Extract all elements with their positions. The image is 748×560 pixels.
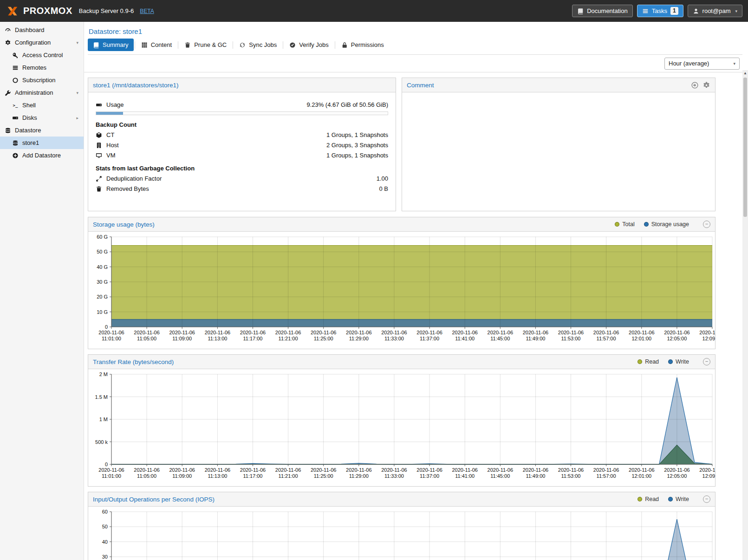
svg-text:1.5 M: 1.5 M [95, 394, 108, 400]
book-icon [577, 8, 584, 14]
svg-text:0: 0 [105, 462, 108, 467]
svg-text:11:45:00: 11:45:00 [490, 473, 510, 479]
iops-chart-panel: Input/Output Operations per Second (IOPS… [88, 492, 715, 560]
legend-item-storage-usage[interactable]: Storage usage [644, 221, 689, 228]
legend-label: Read [645, 358, 659, 365]
key-icon [12, 52, 19, 59]
comment-panel-header: Comment [402, 78, 715, 92]
chevron-down-icon[interactable]: ▾ [76, 40, 81, 45]
chevron-right-icon[interactable]: ▸ [76, 116, 81, 120]
storage-usage-chart: 2020-11-0611:01:002020-11-0611:05:002020… [88, 232, 715, 349]
tab-label: Sync Jobs [249, 41, 277, 48]
apply-arrow-icon[interactable] [691, 81, 699, 89]
comment-panel: Comment [402, 78, 715, 211]
tab-summary[interactable]: Summary [88, 39, 134, 51]
svg-text:1 M: 1 M [99, 417, 108, 422]
svg-text:50 G: 50 G [97, 249, 108, 254]
timeframe-select[interactable]: Hour (average) ▾ [664, 58, 740, 70]
user-menu-button[interactable]: root@pam ▾ [688, 5, 742, 17]
subscription-icon [12, 77, 19, 84]
collapse-chart-icon[interactable]: − [703, 495, 710, 503]
beta-link[interactable]: BETA [140, 8, 154, 14]
comment-panel-body[interactable] [402, 92, 715, 211]
wrench-icon [5, 90, 11, 96]
removed-bytes-value: 0 B [379, 185, 388, 192]
svg-text:11:25:00: 11:25:00 [314, 336, 333, 341]
svg-text:11:29:00: 11:29:00 [349, 473, 369, 479]
storage-usage-chart-header: Storage usage (bytes) Total Storage usag… [88, 217, 715, 232]
tab-bar: Summary Content Prune & GC Sync Jobs Ver… [88, 39, 742, 55]
trash-icon [184, 42, 191, 48]
svg-text:12:09:00: 12:09:00 [702, 473, 715, 479]
scrollbar-thumb[interactable] [743, 78, 747, 217]
host-count-row: Host 2 Groups, 3 Snapshots [96, 142, 388, 149]
gauge-icon [5, 27, 11, 33]
dedup-factor-label: Deduplication Factor [106, 175, 162, 182]
collapse-chart-icon[interactable]: − [703, 221, 710, 228]
legend-label: Read [645, 496, 659, 502]
panel-title: Comment [407, 82, 434, 89]
legend-label: Total [622, 221, 634, 228]
gear-icon[interactable] [702, 81, 710, 89]
tab-permissions[interactable]: Permissions [336, 39, 389, 51]
removed-bytes-row: Removed Bytes 0 B [96, 185, 388, 192]
host-value: 2 Groups, 3 Snapshots [326, 142, 388, 149]
tasks-button[interactable]: Tasks 1 [637, 5, 683, 17]
collapse-chart-icon[interactable]: − [703, 358, 710, 365]
unlock-icon [341, 42, 348, 48]
svg-text:2020-11-06: 2020-11-06 [381, 467, 407, 473]
legend-item-write[interactable]: Write [668, 358, 689, 365]
sidebar-item-label: store1 [22, 139, 39, 146]
svg-text:2020-11-06: 2020-11-06 [523, 330, 548, 335]
sidebar-item-disks[interactable]: Disks ▸ [0, 111, 84, 124]
legend-item-write[interactable]: Write [668, 496, 689, 502]
transfer-rate-chart-header: Transfer Rate (bytes/second) Read Write … [88, 355, 715, 369]
sidebar-item-label: Shell [22, 102, 36, 109]
storage-usage-chart-panel: Storage usage (bytes) Total Storage usag… [88, 217, 715, 349]
documentation-button[interactable]: Documentation [572, 5, 632, 17]
trash-icon [96, 186, 102, 192]
timeframe-value: Hour (average) [669, 60, 709, 67]
scrollbar-up-arrow-icon[interactable]: ▲ [742, 70, 748, 77]
sidebar-item-label: Access Control [22, 52, 63, 59]
hdd-icon [12, 115, 19, 121]
sidebar-item-remotes[interactable]: Remotes [0, 61, 84, 74]
user-label: root@pam [702, 7, 731, 14]
tab-prune-gc[interactable]: Prune & GC [179, 39, 232, 51]
iops-chart: 2020-11-0611:01:002020-11-0611:05:002020… [88, 507, 715, 560]
legend-item-read[interactable]: Read [637, 358, 659, 365]
tab-content[interactable]: Content [136, 39, 177, 51]
sidebar-item-configuration[interactable]: Configuration ▾ [0, 36, 84, 49]
legend-label: Write [676, 358, 689, 365]
sidebar-item-access-control[interactable]: Access Control [0, 49, 84, 61]
svg-text:2 M: 2 M [99, 371, 108, 377]
tab-label: Verify Jobs [299, 41, 329, 48]
tab-verify-jobs[interactable]: Verify Jobs [284, 39, 334, 51]
sidebar-item-label: Datastore [15, 127, 41, 134]
legend-item-total[interactable]: Total [615, 221, 634, 228]
legend-item-read[interactable]: Read [637, 496, 659, 502]
svg-text:12:05:00: 12:05:00 [667, 336, 687, 341]
sidebar-item-subscription[interactable]: Subscription [0, 74, 84, 86]
svg-text:40: 40 [102, 539, 108, 545]
sidebar-item-label: Subscription [22, 77, 56, 84]
tab-sync-jobs[interactable]: Sync Jobs [234, 39, 282, 51]
sidebar-item-administration[interactable]: Administration ▾ [0, 86, 84, 99]
chevron-down-icon[interactable]: ▾ [76, 91, 81, 95]
sidebar-item-store1[interactable]: store1 [0, 137, 84, 149]
vm-count-row: VM 1 Groups, 1 Snapshots [96, 152, 388, 159]
sidebar-item-datastore[interactable]: Datastore [0, 124, 84, 137]
sidebar-item-dashboard[interactable]: Dashboard [0, 24, 84, 36]
svg-text:2020-11-06: 2020-11-06 [205, 467, 230, 473]
vertical-scrollbar[interactable]: ▲ [742, 70, 748, 560]
tasks-label: Tasks [652, 7, 667, 14]
sidebar-item-add-datastore[interactable]: Add Datastore [0, 149, 84, 162]
svg-text:12:05:00: 12:05:00 [667, 473, 687, 479]
comment-panel-tools [691, 81, 710, 89]
sidebar-item-shell[interactable]: >_ Shell [0, 99, 84, 111]
chart-legend: Total Storage usage − [615, 221, 710, 228]
svg-text:2020-11-06: 2020-11-06 [311, 467, 336, 473]
svg-text:11:17:00: 11:17:00 [243, 473, 262, 479]
usage-progressbar-fill [96, 112, 123, 115]
svg-text:11:37:00: 11:37:00 [420, 336, 439, 341]
